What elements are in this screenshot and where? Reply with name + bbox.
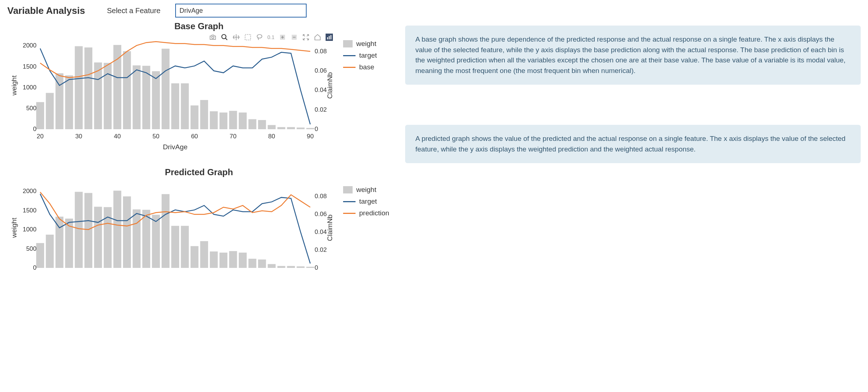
svg-rect-76 xyxy=(181,226,189,268)
legend-item[interactable]: target xyxy=(343,197,389,205)
svg-rect-74 xyxy=(162,194,170,268)
svg-text:0.04: 0.04 xyxy=(315,228,327,235)
pan-icon[interactable] xyxy=(233,34,240,41)
svg-text:2000: 2000 xyxy=(23,42,37,49)
legend-label: target xyxy=(359,51,377,59)
svg-text:0.08: 0.08 xyxy=(315,193,327,200)
lasso-icon[interactable] xyxy=(256,34,263,41)
predicted-chart-title: Predicted Graph xyxy=(7,167,391,177)
base-chart-block: Base Graph xyxy=(7,21,391,156)
base-chart-svg[interactable]: 050010001500200000.020.040.060.082030405… xyxy=(7,34,336,155)
svg-rect-83 xyxy=(249,259,257,268)
legend-label: prediction xyxy=(359,209,389,217)
svg-rect-82 xyxy=(239,253,247,268)
svg-rect-11 xyxy=(36,102,44,129)
svg-text:20: 20 xyxy=(37,133,44,140)
legend-swatch xyxy=(343,55,356,56)
svg-text:0: 0 xyxy=(315,126,318,132)
svg-text:0: 0 xyxy=(315,264,318,271)
zoom-icon[interactable] xyxy=(221,34,228,41)
svg-rect-89 xyxy=(306,267,314,268)
svg-rect-81 xyxy=(229,251,237,268)
feature-label: Select a Feature xyxy=(107,7,161,15)
feature-selector: Select a Feature xyxy=(107,4,307,18)
legend-item[interactable]: prediction xyxy=(343,209,389,217)
svg-rect-30 xyxy=(219,112,227,129)
predicted-chart-block: Predicted Graph 050010001500200000.020.0… xyxy=(7,167,391,273)
svg-rect-70 xyxy=(123,196,131,268)
svg-rect-29 xyxy=(210,111,218,129)
predicted-chart-svg[interactable]: 050010001500200000.020.040.060.08weightC… xyxy=(7,180,336,272)
svg-rect-37 xyxy=(287,127,295,129)
svg-rect-78 xyxy=(200,241,208,268)
svg-rect-24 xyxy=(162,49,170,129)
legend-item[interactable]: base xyxy=(343,63,377,71)
zoom-out-icon[interactable] xyxy=(291,34,298,41)
svg-point-0 xyxy=(212,36,214,39)
base-chart-legend: weighttargetbase xyxy=(336,34,377,156)
zoom-in-icon[interactable] xyxy=(279,34,286,41)
svg-point-4 xyxy=(257,35,262,38)
svg-rect-15 xyxy=(75,46,83,129)
svg-rect-35 xyxy=(268,125,276,129)
svg-text:60: 60 xyxy=(191,133,198,140)
svg-text:1500: 1500 xyxy=(23,207,37,214)
svg-rect-8 xyxy=(327,37,328,39)
svg-text:90: 90 xyxy=(307,133,314,140)
svg-rect-65 xyxy=(75,192,83,268)
svg-rect-38 xyxy=(297,127,305,129)
svg-text:weight: weight xyxy=(10,75,18,96)
svg-rect-33 xyxy=(249,119,257,129)
svg-text:70: 70 xyxy=(230,133,237,140)
camera-icon[interactable] xyxy=(209,34,216,41)
svg-text:DrivAge: DrivAge xyxy=(163,143,188,151)
autoscale-icon[interactable] xyxy=(302,34,310,41)
svg-rect-79 xyxy=(210,251,218,268)
page-title: Variable Analysis xyxy=(7,5,85,16)
svg-rect-10 xyxy=(330,35,331,39)
base-info-box: A base graph shows the pure dependence o… xyxy=(405,26,861,85)
svg-text:0.06: 0.06 xyxy=(315,67,327,74)
svg-text:2000: 2000 xyxy=(23,188,37,195)
svg-rect-39 xyxy=(306,128,314,129)
svg-rect-36 xyxy=(277,127,285,129)
svg-rect-72 xyxy=(142,210,150,268)
svg-point-1 xyxy=(222,35,226,39)
svg-text:40: 40 xyxy=(114,133,121,140)
svg-rect-12 xyxy=(46,93,54,129)
legend-swatch xyxy=(343,186,353,193)
svg-rect-61 xyxy=(36,243,44,268)
svg-text:30: 30 xyxy=(75,133,82,140)
legend-item[interactable]: target xyxy=(343,51,377,59)
svg-rect-18 xyxy=(104,63,112,129)
home-icon[interactable] xyxy=(314,34,321,41)
svg-text:1500: 1500 xyxy=(23,63,37,70)
svg-rect-20 xyxy=(123,51,131,129)
svg-rect-17 xyxy=(94,62,102,129)
legend-swatch xyxy=(343,213,356,214)
legend-item[interactable]: weight xyxy=(343,186,389,194)
svg-text:weight: weight xyxy=(10,218,18,238)
select-box-icon[interactable] xyxy=(244,34,251,41)
plotly-logo-icon[interactable] xyxy=(326,34,333,41)
svg-rect-66 xyxy=(84,193,92,268)
svg-text:80: 80 xyxy=(268,133,275,140)
svg-text:ClaimNb: ClaimNb xyxy=(326,215,334,241)
svg-rect-23 xyxy=(152,71,160,129)
svg-rect-9 xyxy=(329,36,330,39)
svg-rect-85 xyxy=(268,264,276,268)
svg-text:0.04: 0.04 xyxy=(315,87,327,93)
svg-rect-25 xyxy=(171,83,179,129)
feature-dropdown[interactable] xyxy=(175,4,307,18)
legend-item[interactable]: weight xyxy=(343,40,377,48)
svg-rect-68 xyxy=(104,207,112,268)
base-chart-title: Base Graph xyxy=(7,21,391,31)
svg-rect-16 xyxy=(84,47,92,129)
legend-label: target xyxy=(359,197,377,205)
svg-rect-88 xyxy=(297,266,305,268)
svg-text:ClaimNb: ClaimNb xyxy=(326,72,334,99)
svg-rect-14 xyxy=(65,76,73,129)
svg-line-2 xyxy=(225,38,227,40)
svg-rect-19 xyxy=(114,45,122,129)
svg-text:500: 500 xyxy=(26,245,37,252)
